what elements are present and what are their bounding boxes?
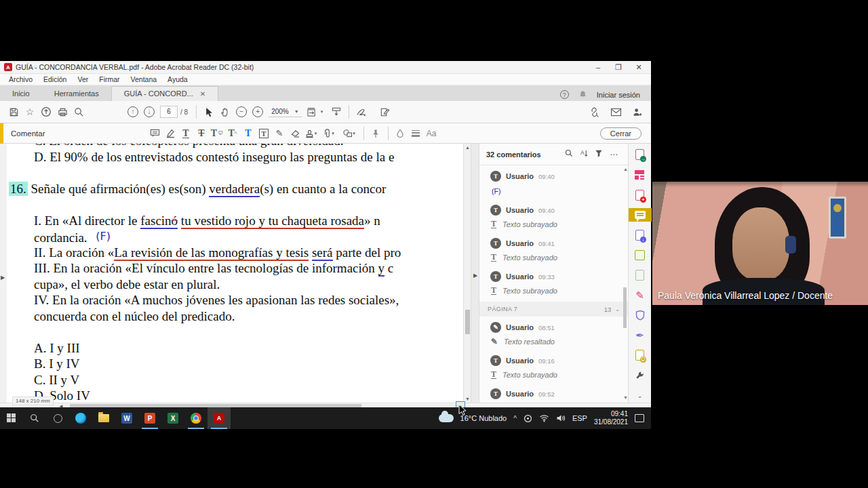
- restore-button[interactable]: ❐: [609, 62, 628, 73]
- action-center-icon[interactable]: [635, 414, 644, 422]
- minimize-button[interactable]: –: [589, 62, 608, 73]
- tab-herramientas[interactable]: Herramientas: [42, 87, 111, 101]
- clock[interactable]: 09:41 31/08/2021: [594, 410, 628, 426]
- close-button[interactable]: ✕: [629, 62, 648, 73]
- attachment-icon[interactable]: ▾: [319, 126, 339, 141]
- tool-fill-sign[interactable]: ✎: [629, 288, 652, 302]
- underline-text-icon[interactable]: T: [178, 126, 194, 141]
- comment-item[interactable]: T Usuario 09:52: [479, 383, 628, 403]
- strikethrough-text-icon[interactable]: T: [194, 126, 210, 141]
- help-icon[interactable]: ?: [560, 90, 569, 99]
- tool-comments-selected[interactable]: [629, 208, 652, 222]
- sticky-note-icon[interactable]: [147, 126, 163, 141]
- zoom-in-icon[interactable]: +: [250, 104, 266, 120]
- text-style-icon[interactable]: Aa: [424, 126, 439, 141]
- page-divider-row[interactable]: PÁGINA 7 13 ⌄: [479, 302, 628, 317]
- replace-text-icon[interactable]: T🗩: [210, 126, 225, 141]
- select-cursor-icon[interactable]: [201, 104, 217, 120]
- sign-pen-icon[interactable]: [353, 104, 370, 120]
- tool-create-pdf[interactable]: +: [629, 188, 652, 202]
- shapes-icon[interactable]: ▾: [339, 126, 359, 141]
- tool-export-pdf[interactable]: →: [629, 148, 652, 162]
- pdf-vertical-scrollbar[interactable]: ▲ ▼: [463, 144, 471, 403]
- tray-expand-icon[interactable]: ^: [513, 415, 517, 422]
- fill-sign-icon[interactable]: [376, 104, 393, 120]
- insert-text-icon[interactable]: T^: [225, 126, 241, 141]
- share-upload-icon[interactable]: [38, 104, 54, 120]
- fit-page-icon[interactable]: [328, 104, 344, 120]
- collapse-panel-icon[interactable]: ▶: [473, 272, 477, 279]
- menu-ventana[interactable]: Ventana: [126, 75, 162, 83]
- file-explorer-icon[interactable]: [92, 407, 115, 429]
- menu-ver[interactable]: Ver: [73, 75, 93, 83]
- stamp-icon[interactable]: ▾: [303, 126, 319, 141]
- save-icon[interactable]: [5, 104, 22, 120]
- previous-page-icon[interactable]: ↑: [125, 104, 141, 120]
- menu-ayuda[interactable]: Ayuda: [163, 75, 193, 83]
- zoom-out-icon[interactable]: −: [233, 104, 250, 120]
- menu-firmar[interactable]: Firmar: [94, 75, 124, 83]
- star-favorites-icon[interactable]: ☆: [22, 104, 38, 120]
- tool-scan-ocr[interactable]: [629, 268, 652, 283]
- comment-options-icon[interactable]: ⋯: [606, 150, 621, 159]
- share-link-icon[interactable]: [586, 104, 602, 120]
- comments-panel-divider[interactable]: ▶: [471, 144, 479, 403]
- comments-scroll-thumb[interactable]: [623, 287, 627, 328]
- sign-in-button[interactable]: Iniciar sesión: [597, 91, 640, 99]
- highlighter-icon[interactable]: [163, 126, 178, 141]
- hand-tool-icon[interactable]: [217, 104, 233, 120]
- tool-protect[interactable]: [629, 308, 652, 323]
- scroll-down-icon[interactable]: ▼: [623, 395, 628, 400]
- powerpoint-icon[interactable]: P: [138, 407, 161, 429]
- taskbar-search-icon[interactable]: [23, 407, 46, 429]
- email-icon[interactable]: [608, 104, 624, 120]
- menu-edicion[interactable]: Edición: [39, 75, 71, 83]
- comment-item[interactable]: T Usuario 09:41 T Texto subrayado: [479, 232, 628, 266]
- cortana-icon[interactable]: [46, 407, 69, 429]
- comment-item[interactable]: T Usuario 09:40 (F): [479, 165, 628, 199]
- volume-icon[interactable]: [556, 414, 566, 422]
- tab-close-icon[interactable]: ✕: [200, 90, 205, 98]
- comment-item[interactable]: ✎ Usuario 08:51 ✎ Texto resaltado: [479, 317, 628, 350]
- menu-archivo[interactable]: Archivo: [4, 75, 37, 83]
- zoom-level-select[interactable]: 200% ▼: [269, 106, 302, 117]
- draw-pencil-icon[interactable]: ✎: [272, 126, 288, 141]
- excel-icon[interactable]: X: [161, 407, 184, 429]
- scroll-down-icon[interactable]: ▼: [465, 396, 470, 401]
- sidebar-chevron-down-icon[interactable]: ⌄: [629, 388, 652, 403]
- fit-width-icon[interactable]: [304, 104, 321, 120]
- keep-tool-pin-icon[interactable]: [368, 126, 384, 141]
- tool-organize-pages[interactable]: [629, 168, 652, 182]
- scroll-up-icon[interactable]: ▲: [623, 167, 628, 171]
- next-page-icon[interactable]: ↓: [141, 104, 157, 120]
- nav-pane-strip[interactable]: ▶: [0, 144, 7, 403]
- tab-inicio[interactable]: Inicio: [0, 87, 42, 101]
- start-button[interactable]: [0, 407, 23, 429]
- bell-icon[interactable]: [578, 90, 587, 99]
- close-comment-button[interactable]: Cerrar: [600, 127, 642, 140]
- comment-sort-icon[interactable]: A: [576, 149, 591, 160]
- search-icon[interactable]: [71, 104, 87, 120]
- tool-send-comments[interactable]: 🗩: [629, 348, 652, 363]
- print-icon[interactable]: [54, 104, 71, 120]
- tool-more-tools[interactable]: [629, 369, 652, 383]
- scroll-up-icon[interactable]: ▲: [465, 145, 470, 150]
- comment-item[interactable]: T Usuario 09:33 T Texto subrayado: [479, 266, 628, 299]
- comment-item[interactable]: T Usuario 09:16 T Texto subrayado: [479, 350, 628, 383]
- tool-edit-pdf[interactable]: [629, 248, 652, 262]
- tool-certificates[interactable]: ✒: [629, 328, 652, 342]
- acrobat-taskbar-icon[interactable]: A: [208, 407, 231, 429]
- text-box-icon[interactable]: T: [256, 126, 272, 141]
- weather-cloud-icon[interactable]: [439, 414, 454, 422]
- nav-pane-expand-icon[interactable]: ▶: [1, 274, 5, 281]
- chrome-icon[interactable]: [184, 407, 208, 429]
- color-picker-icon[interactable]: [393, 126, 408, 141]
- word-icon[interactable]: W: [115, 407, 138, 429]
- comment-search-icon[interactable]: [561, 149, 576, 159]
- add-person-icon[interactable]: [629, 104, 646, 120]
- edge-icon[interactable]: [69, 407, 92, 429]
- add-text-icon[interactable]: T: [241, 126, 256, 141]
- wifi-icon[interactable]: [539, 414, 549, 422]
- eraser-icon[interactable]: [288, 126, 303, 141]
- tab-document[interactable]: GUÍA - CONCORD... ✕: [111, 86, 218, 101]
